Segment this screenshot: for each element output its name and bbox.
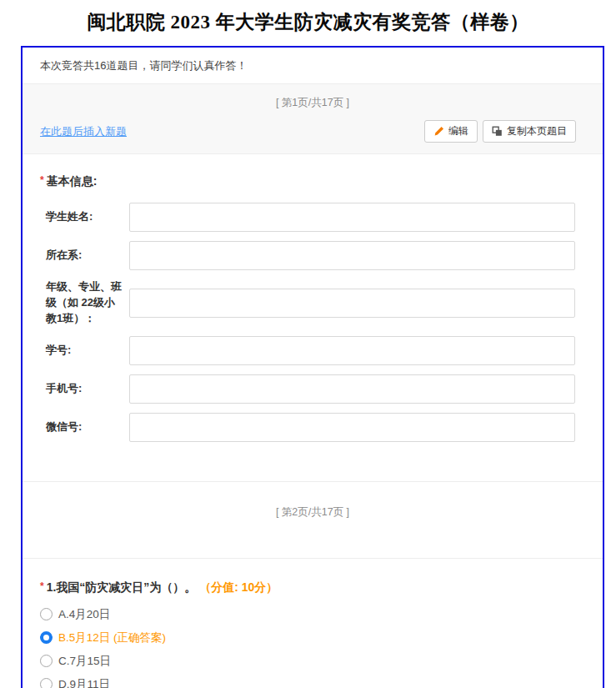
grade-major-class-label: 年级、专业、班级（如 22级小教1班）： [46,279,129,327]
page1-toolbar: 在此题后插入新题 编辑 复制本页题目 [23,120,603,143]
option-a[interactable]: A.4月20日 [40,607,578,622]
option-b[interactable]: B.5月12日 (正确答案) [40,630,578,645]
toolbar-buttons: 编辑 复制本页题目 [424,120,576,143]
option-c-label: C.7月15日 [58,654,111,669]
field-row-wechat: 微信号: [40,413,575,442]
copy-page-button[interactable]: 复制本页题目 [483,120,576,143]
radio-selected-icon[interactable] [40,631,53,644]
question-1-title: *1.我国“防灾减灾日”为（）。 （分值: 10分） [40,580,578,595]
question-1-options: A.4月20日 B.5月12日 (正确答案) C.7月15日 D.9月11日 [40,607,578,688]
survey-intro: 本次竞答共16道题目，请同学们认真作答！ [23,48,603,84]
basic-info-title: *基本信息: [40,174,575,189]
copy-icon [492,126,503,137]
required-asterisk: * [40,174,44,186]
pencil-icon [433,126,444,137]
radio-unselected-icon[interactable] [40,678,53,688]
grade-major-class-input[interactable] [129,289,575,318]
field-row-grade-major-class: 年级、专业、班级（如 22级小教1班）： [40,279,575,327]
page-title: 闽北职院 2023 年大学生防灾减灾有奖竞答（样卷） [0,0,616,35]
question-1-section: *1.我国“防灾减灾日”为（）。 （分值: 10分） A.4月20日 B.5月1… [23,559,603,688]
student-id-label: 学号: [46,343,129,359]
option-b-label: B.5月12日 (正确答案) [58,630,166,645]
copy-page-button-label: 复制本页题目 [507,124,567,138]
required-asterisk: * [40,580,44,592]
department-input[interactable] [129,241,575,270]
wechat-input[interactable] [129,413,575,442]
phone-input[interactable] [129,374,575,404]
page2-header: [ 第2页/共17页 ] [23,481,603,559]
option-c[interactable]: C.7月15日 [40,654,578,669]
option-a-label: A.4月20日 [58,607,110,622]
basic-info-section: *基本信息: 学生姓名: 所在系: 年级、专业、班级（如 22级小教1班）： 学… [23,154,603,481]
edit-button-label: 编辑 [448,124,468,138]
option-d[interactable]: D.9月11日 [40,677,578,688]
field-row-student-name: 学生姓名: [40,203,575,232]
option-d-label: D.9月11日 [58,677,110,688]
page1-indicator: [ 第1页/共17页 ] [23,96,603,110]
student-name-label: 学生姓名: [46,209,129,225]
radio-unselected-icon[interactable] [40,655,53,667]
student-id-input[interactable] [129,336,575,365]
phone-label: 手机号: [46,381,129,397]
student-name-input[interactable] [129,203,575,232]
page1-header: [ 第1页/共17页 ] 在此题后插入新题 编辑 复制本页题目 [23,84,603,154]
edit-button[interactable]: 编辑 [424,120,478,143]
question-1-title-text: 1.我国“防灾减灾日”为（）。 [47,580,197,594]
page2-indicator: [ 第2页/共17页 ] [23,505,603,520]
basic-info-title-text: 基本信息: [47,174,98,188]
field-row-phone: 手机号: [40,374,575,404]
department-label: 所在系: [46,248,129,264]
question-1-score: （分值: 10分） [199,580,278,594]
insert-question-link[interactable]: 在此题后插入新题 [40,124,127,139]
field-row-student-id: 学号: [40,336,575,365]
survey-container: 本次竞答共16道题目，请同学们认真作答！ [ 第1页/共17页 ] 在此题后插入… [21,46,604,688]
radio-unselected-icon[interactable] [40,608,53,620]
wechat-label: 微信号: [46,419,129,435]
field-row-department: 所在系: [40,241,575,270]
